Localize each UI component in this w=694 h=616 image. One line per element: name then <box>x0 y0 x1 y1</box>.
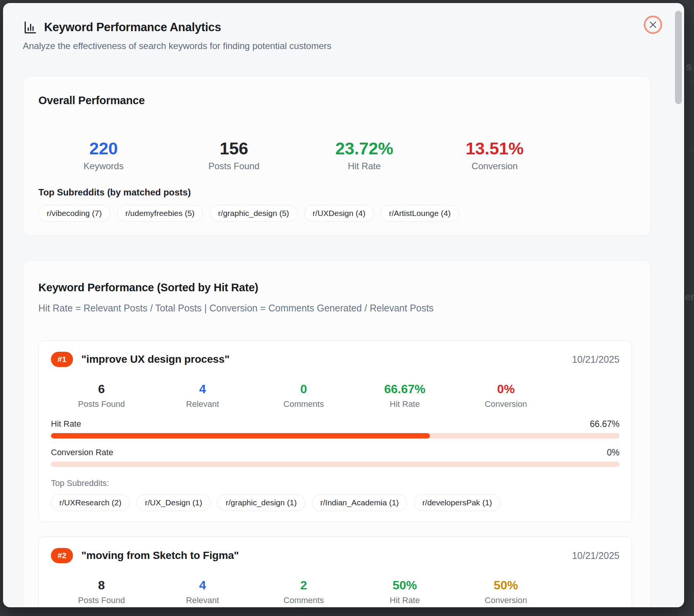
stat-label: Conversion <box>429 161 560 171</box>
close-button[interactable] <box>644 16 662 34</box>
subreddit-chip: r/graphic_design (1) <box>217 494 305 511</box>
stat-conversion: 13.51% Conversion <box>429 140 560 171</box>
keyword-section-heading: Keyword Performance (Sorted by Hit Rate) <box>38 281 635 294</box>
card-subreddits-chips: r/UXResearch (2) r/UX_Design (1) r/graph… <box>51 494 620 511</box>
stat-value: 2 <box>253 578 354 592</box>
subreddit-chip: r/UXResearch (2) <box>51 494 130 511</box>
keyword-analytics-modal: Keyword Performance Analytics Analyze th… <box>3 3 684 607</box>
keyword-performance-section: Keyword Performance (Sorted by Hit Rate)… <box>23 260 651 607</box>
backdrop-text-fragment: en <box>685 291 694 303</box>
keyword-card-header: #1 "improve UX design process" 10/21/202… <box>51 351 620 367</box>
keyword-card-1: #1 "improve UX design process" 10/21/202… <box>38 340 632 522</box>
stat-value: 0 <box>253 382 354 396</box>
stat-relevant: 4 Relevant <box>152 578 253 605</box>
stat-label: Posts Found <box>169 161 299 171</box>
rank-badge: #2 <box>51 548 73 563</box>
stat-value: 6 <box>51 382 152 396</box>
keyword-title: "improve UX design process" <box>81 353 230 365</box>
stat-comments: 2 Comments <box>253 578 354 605</box>
stat-label: Keywords <box>38 161 169 171</box>
stat-label: Conversion <box>455 595 556 605</box>
keyword-card-2: #2 "moving from Sketch to Figma" 10/21/2… <box>38 537 632 607</box>
stat-value: 50% <box>455 578 556 592</box>
subreddit-chip: r/UXDesign (4) <box>304 205 374 222</box>
close-icon <box>649 21 657 29</box>
stat-value: 66.67% <box>354 382 455 396</box>
rate-bars: Hit Rate 66.67% Conversion Rate 0% <box>51 418 620 467</box>
keyword-title: "moving from Sketch to Figma" <box>81 549 239 562</box>
stat-posts-found: 8 Posts Found <box>51 578 152 605</box>
subreddit-chip: r/UX_Design (1) <box>136 494 211 511</box>
backdrop-text-fragment: s <box>686 60 692 73</box>
stat-label: Hit Rate <box>354 595 455 605</box>
stat-value: 13.51% <box>429 140 560 158</box>
stat-hit-rate: 50% Hit Rate <box>354 578 455 605</box>
formula-note: Hit Rate = Relevant Posts / Total Posts … <box>38 302 635 314</box>
subreddit-chip: r/Indian_Academia (1) <box>312 494 407 511</box>
stat-posts-found: 6 Posts Found <box>51 382 152 409</box>
stat-value: 8 <box>51 578 152 592</box>
bar-value: 66.67% <box>590 419 620 429</box>
keyword-stats: 8 Posts Found 4 Relevant 2 Comments 50% … <box>51 578 556 605</box>
stat-value: 0% <box>455 382 556 396</box>
keyword-stats: 6 Posts Found 4 Relevant 0 Comments 66.6… <box>51 382 556 409</box>
conversion-bar-track <box>51 462 620 467</box>
subreddit-chip: r/vibecoding (7) <box>38 205 110 222</box>
keyword-date: 10/21/2025 <box>572 354 620 365</box>
stat-conversion: 50% Conversion <box>455 578 556 605</box>
backdrop: { "palette": { "backdrop": "#35383c", "m… <box>0 0 694 616</box>
backdrop-divider <box>685 151 694 151</box>
conversion-bar-row: Conversion Rate 0% <box>51 447 620 458</box>
stat-hit-rate: 66.67% Hit Rate <box>354 382 455 409</box>
stat-label: Hit Rate <box>354 399 455 409</box>
stat-label: Comments <box>253 595 354 605</box>
hit-rate-bar-row: Hit Rate 66.67% <box>51 418 620 430</box>
card-subreddits-label: Top Subreddits: <box>51 478 620 488</box>
stat-value: 50% <box>354 578 455 592</box>
stat-value: 23.72% <box>299 140 429 158</box>
hit-rate-bar-fill <box>51 433 430 438</box>
stat-relevant: 4 Relevant <box>152 382 253 409</box>
stat-posts-found: 156 Posts Found <box>169 140 299 171</box>
scrollbar-thumb[interactable] <box>675 11 682 104</box>
subreddit-chip: r/udemyfreebies (5) <box>117 205 203 222</box>
overall-stats: 220 Keywords 156 Posts Found 23.72% Hit … <box>38 140 560 171</box>
bar-value: 0% <box>607 448 620 458</box>
top-subreddits-heading: Top Subreddits (by matched posts) <box>38 187 635 198</box>
stat-conversion: 0% Conversion <box>455 382 556 409</box>
subreddit-chip: r/ArtistLounge (4) <box>380 205 459 222</box>
bar-chart-icon <box>23 20 37 35</box>
stat-label: Conversion <box>455 399 556 409</box>
stat-label: Relevant <box>152 399 253 409</box>
overall-heading: Overall Performance <box>38 94 635 107</box>
top-subreddits-chips: r/vibecoding (7) r/udemyfreebies (5) r/g… <box>38 205 635 222</box>
page-subtitle: Analyze the effectiveness of search keyw… <box>23 40 664 52</box>
stat-label: Posts Found <box>51 595 152 605</box>
stat-value: 220 <box>38 140 169 158</box>
backdrop-divider <box>685 81 694 82</box>
stat-label: Posts Found <box>51 399 152 409</box>
bar-label: Conversion Rate <box>51 448 113 457</box>
stat-comments: 0 Comments <box>253 382 354 409</box>
stat-label: Comments <box>253 399 354 409</box>
subreddit-chip: r/developersPak (1) <box>414 494 500 511</box>
stat-hit-rate: 23.72% Hit Rate <box>299 140 429 171</box>
stat-label: Relevant <box>152 595 253 605</box>
rank-badge: #1 <box>51 352 73 367</box>
keyword-card-header: #2 "moving from Sketch to Figma" 10/21/2… <box>51 548 620 564</box>
stat-value: 4 <box>152 382 253 396</box>
subreddit-chip: r/graphic_design (5) <box>210 205 298 222</box>
keyword-date: 10/21/2025 <box>572 550 620 561</box>
modal-header: Keyword Performance Analytics <box>23 19 664 36</box>
stat-value: 156 <box>169 140 299 158</box>
stat-value: 4 <box>152 578 253 592</box>
hit-rate-bar-track <box>51 433 620 438</box>
stat-label: Hit Rate <box>299 161 429 171</box>
page-title: Keyword Performance Analytics <box>44 21 221 34</box>
overall-performance-card: Overall Performance 220 Keywords 156 Pos… <box>23 76 651 236</box>
bar-label: Hit Rate <box>51 419 81 429</box>
stat-keywords: 220 Keywords <box>38 140 169 171</box>
